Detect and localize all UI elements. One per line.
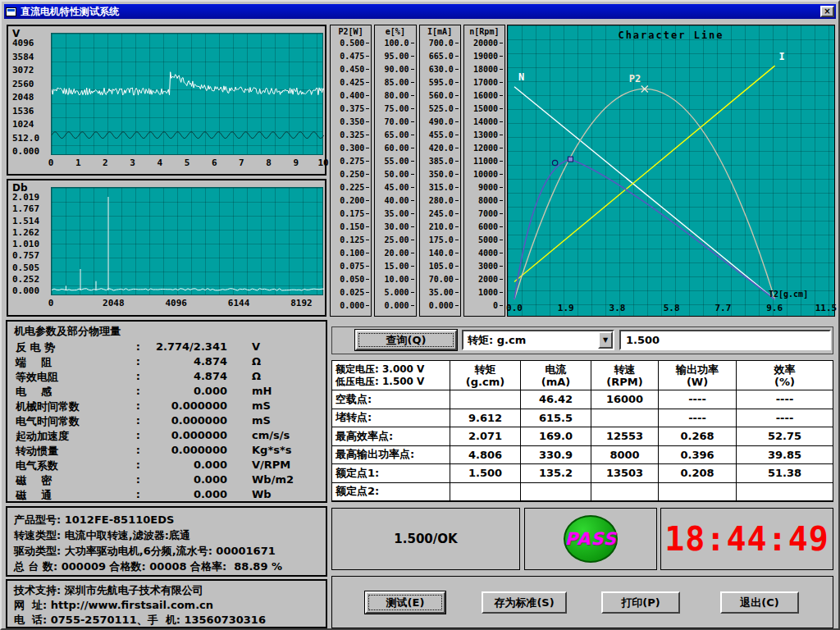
- axis-tick: 315.0: [420, 183, 459, 191]
- axis-tick-value: 0.000: [384, 301, 409, 310]
- axis-tick-value: 55.00: [384, 157, 409, 166]
- tick-mark: [411, 69, 414, 70]
- axis-tick-value: 12000: [473, 144, 498, 153]
- tick-mark: [500, 43, 503, 43]
- axis-tick: 2000: [464, 275, 503, 283]
- axis-tick-value: 80.00: [384, 91, 409, 100]
- support-info-row: 技术支持: 深圳市先航电子技术有限公司: [14, 583, 319, 598]
- product-info-panel: 产品型号: 1012FE-85110EDS转速类型: 电流中取转速,滤波器:底通…: [6, 506, 327, 577]
- column-header-line: (mA): [541, 376, 571, 388]
- tick-mark: [500, 187, 503, 188]
- param-row: 反 电 势:2.774/2.341V: [16, 340, 319, 355]
- column-header-line: 转矩: [475, 363, 496, 376]
- rated-torque-input[interactable]: [619, 330, 831, 350]
- character-xtick: 7.7: [714, 303, 731, 313]
- tick-mark: [366, 240, 369, 240]
- axis-tick-value: 0.125: [340, 235, 364, 244]
- scope-xtick: 2: [103, 158, 108, 168]
- param-unit: mS: [252, 414, 271, 429]
- exit-button[interactable]: 退出(C): [720, 591, 799, 614]
- axis-tick: 12000: [464, 144, 503, 152]
- tick-mark: [455, 82, 459, 83]
- tick-mark: [500, 161, 503, 162]
- axis-tick-value: 0.150: [340, 222, 364, 231]
- axis-tick: 45.00: [375, 183, 413, 191]
- tick-mark: [411, 253, 414, 253]
- product-info-row: 转速类型: 电流中取转速,滤波器:底通: [14, 527, 319, 543]
- torque-unit-combo[interactable]: 转矩: g.cm ▼: [462, 330, 614, 350]
- table-cell: [659, 483, 737, 502]
- tick-mark: [455, 121, 459, 122]
- table-corner-cell: 额定电压: 3.000 V低压电压: 1.500 V: [332, 361, 450, 390]
- param-value: 0.000: [140, 385, 227, 399]
- tick-mark: [455, 226, 459, 227]
- print-button[interactable]: 打印(P): [601, 591, 680, 614]
- param-label-text: 等效电阻: [16, 370, 58, 385]
- chevron-down-icon[interactable]: ▼: [598, 331, 613, 349]
- character-xtick-labels: 0.01.93.85.87.79.611.5: [508, 303, 834, 314]
- tick-mark: [500, 240, 503, 240]
- axis-tick-value: 0.100: [340, 249, 364, 258]
- axis-tick: 18000: [464, 65, 503, 73]
- close-icon[interactable]: ×: [820, 6, 834, 17]
- param-unit: mH: [252, 385, 272, 399]
- axis-tick-value: 35.00: [429, 288, 454, 297]
- axis-tick-value: 75.00: [384, 104, 409, 113]
- param-row: 电 感:0.000mH: [16, 385, 319, 399]
- tick-mark: [455, 240, 459, 240]
- combo-selected-value: 转矩: g.cm: [463, 333, 598, 348]
- axis-tick-value: 5.000: [384, 288, 409, 297]
- result-status-box: 1.500/OK: [331, 508, 520, 570]
- axis-tick-value: 14000: [473, 117, 498, 126]
- axis-tick: 175.0: [420, 235, 459, 244]
- axis-tick: 15.00: [375, 262, 413, 270]
- query-button[interactable]: 查询(Q): [355, 330, 457, 350]
- axis-tick-value: 50.00: [384, 170, 409, 179]
- support-info-row: 电 话: 0755-2570111、手 机: 13560730316: [14, 613, 319, 628]
- spectrum-xtick-labels: Hz 02048409661448192: [51, 298, 323, 308]
- axis-tick: 8000: [464, 196, 503, 204]
- param-row: 磁 通:0.000Wb: [16, 488, 319, 503]
- axis-tick-value: 0.225: [340, 183, 364, 192]
- axis-tick: 0.275: [331, 157, 369, 165]
- axis-tick: 455.0: [420, 130, 459, 139]
- table-cell: 0.208: [659, 464, 737, 483]
- spectrum-ytick: 0.757: [12, 250, 49, 258]
- tick-mark: [366, 200, 369, 201]
- table-cell: [521, 483, 591, 502]
- axis-tick: 0.475: [331, 52, 369, 60]
- spectrum-panel: Db 2.0191.7671.5141.2621.0100.7570.5050.…: [7, 179, 326, 317]
- axis-tick-value: 630.0: [429, 65, 454, 74]
- axis-tick: 17000: [464, 78, 503, 86]
- param-row: 电气时间常数:0.000000mS: [16, 414, 319, 429]
- tick-mark: [411, 95, 414, 96]
- table-cell: 0.396: [659, 446, 737, 465]
- svg-text:P2: P2: [629, 73, 641, 84]
- tick-mark: [411, 213, 414, 214]
- axis-column-ticks: 2000019000180001700016000150001400013000…: [464, 38, 504, 316]
- axis-tick-value: 280.0: [429, 196, 454, 205]
- tick-mark: [455, 56, 459, 57]
- axis-tick-value: 0.400: [340, 91, 364, 100]
- axis-tick-value: 210.0: [429, 222, 454, 231]
- param-row: 等效电阻:4.874Ω: [16, 370, 319, 385]
- axis-tick-value: 525.0: [429, 104, 454, 113]
- table-cell: 330.9: [521, 446, 591, 465]
- axis-tick-value: 1000: [478, 288, 498, 297]
- spectrum-xtick: 8192: [290, 298, 313, 308]
- test-button[interactable]: 测试(E): [365, 591, 445, 614]
- character-curves-svg: NIP2: [508, 25, 834, 316]
- param-label: 磁 密:: [16, 473, 140, 488]
- axis-tick: 595.0: [420, 78, 459, 86]
- voltage-spec-line: 低压电压: 1.500 V: [336, 376, 424, 388]
- save-standard-button[interactable]: 存为标准(S): [482, 591, 567, 614]
- table-row-label: 额定点2:: [332, 483, 450, 502]
- axis-tick-value: 100.0: [384, 39, 409, 48]
- axis-tick: 0.450: [331, 65, 369, 73]
- param-row: 起动加速度:0.000000cm/s/s: [16, 429, 319, 444]
- scope-xtick: 9: [293, 158, 299, 168]
- spectrum-xtick: 0: [48, 298, 54, 308]
- axis-tick-value: 8000: [478, 196, 498, 205]
- axis-tick: 0.025: [331, 288, 369, 296]
- tick-mark: [455, 279, 459, 280]
